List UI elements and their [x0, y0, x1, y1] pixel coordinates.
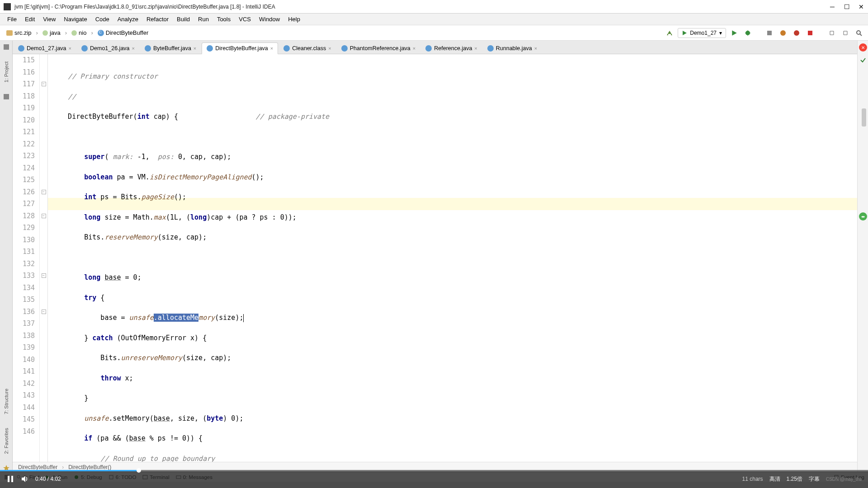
close-icon[interactable]: ×: [534, 46, 537, 51]
close-icon[interactable]: ×: [132, 46, 135, 51]
fold-toggle-icon[interactable]: −: [42, 310, 46, 314]
profile-button[interactable]: [778, 28, 788, 38]
tab-phantomreference[interactable]: PhantomReference.java×: [337, 43, 420, 54]
run-config-selector[interactable]: Demo1_27 ▾: [678, 28, 726, 38]
close-icon[interactable]: ×: [193, 46, 196, 51]
fold-gutter: −−−−−: [40, 54, 48, 462]
java-file-icon: [425, 45, 432, 52]
presentation-assistant-icon[interactable]: ⬌: [859, 212, 867, 221]
java-file-icon: [18, 45, 24, 52]
menu-edit[interactable]: Edit: [21, 14, 38, 24]
chevron-right-icon: ›: [65, 29, 67, 36]
watermark: CSDN @may_ths: [826, 477, 862, 482]
menu-navigate[interactable]: Navigate: [60, 14, 90, 24]
class-icon: [98, 30, 104, 36]
close-icon[interactable]: ×: [270, 46, 273, 51]
pause-button[interactable]: [6, 475, 14, 483]
tool-favorites[interactable]: 2: Favorites: [3, 425, 10, 456]
svg-rect-5: [767, 31, 772, 35]
editor-tabs: Demo1_27.java× Demo1_26.java× ByteBuffer…: [0, 41, 868, 54]
fold-toggle-icon[interactable]: −: [42, 190, 46, 194]
zip-icon: [6, 30, 13, 36]
close-icon[interactable]: ×: [328, 46, 331, 51]
menu-bar: File Edit View Navigate Code Analyze Ref…: [0, 14, 868, 25]
editor-marker-strip[interactable]: ✕ ⬌: [857, 41, 868, 472]
breadcrumb-item-java[interactable]: java: [40, 28, 63, 37]
navtrail-class[interactable]: DirectByteBuffer: [18, 464, 57, 470]
navtrail-method[interactable]: DirectByteBuffer(): [68, 464, 111, 470]
package-icon: [71, 30, 77, 36]
run-button[interactable]: [729, 28, 740, 38]
menu-code[interactable]: Code: [92, 14, 113, 24]
menu-view[interactable]: View: [39, 14, 59, 24]
menu-run[interactable]: Run: [194, 14, 212, 24]
close-icon[interactable]: ×: [69, 46, 71, 51]
window-titlebar: jvm [E:\git\jvm] - C:\Program Files\Java…: [0, 0, 868, 14]
code-area[interactable]: // Primary constructor // DirectByteBuff…: [48, 54, 857, 462]
volume-button[interactable]: [21, 475, 29, 483]
window-title: jvm [E:\git\jvm] - C:\Program Files\Java…: [14, 4, 829, 10]
close-button[interactable]: ✕: [858, 4, 864, 10]
video-progress-bar[interactable]: [0, 470, 868, 471]
build-button[interactable]: [664, 28, 675, 38]
close-icon[interactable]: ×: [474, 46, 477, 51]
video-total-time: 4:02: [50, 476, 61, 482]
chevron-right-icon: ›: [91, 29, 93, 36]
vcs-update-button[interactable]: [826, 28, 837, 38]
menu-analyze[interactable]: Analyze: [114, 14, 142, 24]
menu-window[interactable]: Window: [255, 14, 283, 24]
status-c[interactable]: 字幕: [809, 475, 820, 483]
tab-bytebuffer[interactable]: ByteBuffer.java×: [140, 43, 201, 54]
status-chars: 11 chars: [742, 476, 763, 482]
stop-button[interactable]: [805, 28, 816, 38]
maximize-button[interactable]: ☐: [844, 4, 850, 10]
fold-toggle-icon[interactable]: −: [42, 82, 46, 86]
tab-demo1-26[interactable]: Demo1_26.java×: [77, 43, 139, 54]
breadcrumb-item-srczip[interactable]: src.zip: [4, 28, 34, 37]
structure-tool-icon[interactable]: [3, 93, 10, 100]
menu-vcs[interactable]: VCS: [235, 14, 255, 24]
attach-button[interactable]: [791, 28, 802, 38]
menu-tools[interactable]: Tools: [213, 14, 234, 24]
status-b[interactable]: 1.25倍: [787, 475, 802, 483]
coverage-button[interactable]: [764, 28, 775, 38]
menu-file[interactable]: File: [4, 14, 20, 24]
close-icon[interactable]: ×: [413, 46, 415, 51]
menu-help[interactable]: Help: [284, 14, 304, 24]
java-file-icon: [145, 45, 151, 52]
tab-label: Demo1_27.java: [27, 45, 66, 52]
svg-point-7: [794, 30, 799, 36]
tab-label: Demo1_26.java: [90, 45, 130, 52]
tool-project[interactable]: 1: Project: [3, 59, 10, 85]
search-everywhere-button[interactable]: [854, 28, 864, 38]
menu-build[interactable]: Build: [173, 14, 193, 24]
tab-runnable[interactable]: Runnable.java×: [483, 43, 542, 54]
status-a[interactable]: 高清: [769, 475, 780, 483]
svg-rect-23: [8, 476, 9, 482]
menu-refactor[interactable]: Refactor: [143, 14, 172, 24]
video-time: 0:40 / 4:02: [35, 476, 61, 482]
video-current-time: 0:40: [35, 476, 46, 482]
debug-button[interactable]: [742, 28, 753, 38]
tab-demo1-27[interactable]: Demo1_27.java×: [14, 43, 76, 54]
code-editor[interactable]: 1151161171181191201211221231241251261271…: [13, 54, 857, 462]
java-file-icon: [341, 45, 348, 52]
tool-structure[interactable]: 7: Structure: [3, 386, 10, 417]
java-file-icon: [81, 45, 88, 52]
project-tool-icon[interactable]: [3, 43, 10, 51]
scrollbar-thumb[interactable]: [862, 108, 866, 127]
minimize-button[interactable]: ─: [829, 4, 835, 10]
tab-cleaner[interactable]: Cleaner.class×: [279, 43, 335, 54]
svg-rect-8: [808, 31, 812, 35]
fold-toggle-icon[interactable]: −: [42, 273, 46, 278]
vcs-commit-button[interactable]: [840, 28, 851, 38]
tab-directbytebuffer[interactable]: DirectByteBuffer.java×: [202, 42, 278, 54]
left-tool-strip: 1: Project 7: Structure 2: Favorites: [0, 41, 13, 472]
app-icon: [4, 3, 11, 10]
fold-toggle-icon[interactable]: −: [42, 214, 46, 218]
tab-reference[interactable]: Reference.java×: [421, 43, 482, 54]
breadcrumb-item-nio[interactable]: nio: [69, 28, 89, 37]
breadcrumb-item-class[interactable]: DirectByteBuffer: [95, 28, 151, 37]
svg-line-10: [860, 34, 862, 36]
svg-marker-0: [683, 31, 687, 35]
